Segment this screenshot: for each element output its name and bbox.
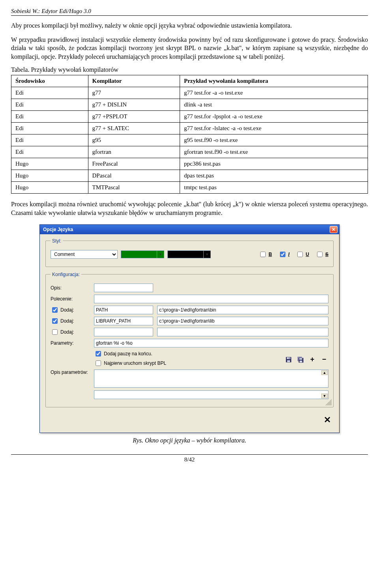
table-row: Edig77 +PSPLOTg77 test.for -lpsplot -a -… [11, 111, 368, 123]
table-cell: Edi [11, 99, 88, 111]
table-cell: DPascal [88, 170, 180, 182]
table-cell: Hugo [11, 170, 88, 182]
dodaj-checkbox[interactable]: Dodaj: [51, 306, 74, 314]
close-icon: ✕ [332, 227, 336, 232]
italic-checkbox[interactable]: I [278, 250, 289, 258]
table-cell: ppc386 test.pas [180, 158, 368, 170]
table-cell: Edi [11, 123, 88, 134]
svg-rect-7 [300, 360, 302, 362]
bpl-first-label: Najpierw uruchom skrypt BPL [104, 360, 166, 366]
parametry-label: Parametry: [51, 340, 90, 346]
floppy-stack-icon [297, 356, 304, 363]
table-cell: Edi [11, 87, 88, 99]
table-cell: FreePascal [88, 158, 180, 170]
svg-rect-1 [287, 357, 291, 359]
table-cell: Hugo [11, 182, 88, 194]
env-name-input[interactable] [94, 328, 153, 336]
table-cell: Hugo [11, 158, 88, 170]
chevron-down-icon [203, 251, 210, 258]
dialog-title: Opcje Języka [43, 227, 73, 232]
table-cell: tmtpc test.pas [180, 182, 368, 194]
table-cell: g77 [88, 87, 180, 99]
dialog-titlebar: Opcje Języka ✕ [40, 225, 339, 234]
table-cell: dlink -a test [180, 99, 368, 111]
bold-label: B [268, 252, 272, 257]
config-legend: Konfiguracja: [51, 272, 81, 277]
table-header: Przykład wywołania kompilatora [180, 75, 368, 87]
strike-checkbox[interactable]: S [315, 250, 328, 258]
dodaj-checkbox[interactable]: Dodaj: [51, 317, 74, 325]
paragraph-2: W przypadku prawidłowej instalacji wszys… [11, 35, 368, 61]
table-cell: gfortran test.f90 -o test.exe [180, 146, 368, 158]
bold-checkbox[interactable]: B [259, 250, 272, 258]
save-button[interactable] [284, 355, 293, 364]
opis-param-dropdown[interactable] [94, 390, 328, 399]
dodaj-label: Dodaj: [60, 329, 74, 335]
ok-close-button[interactable]: ✕ [321, 414, 334, 426]
table-header: Kompilator [88, 75, 180, 87]
svg-rect-6 [299, 358, 302, 360]
remove-button[interactable]: − [320, 355, 328, 364]
table-cell: g95 test.f90 -o test.exe [180, 134, 368, 146]
table-cell: dpas test.pas [180, 170, 368, 182]
style-select[interactable]: Comment [51, 250, 118, 259]
table-row: Edig95g95 test.f90 -o test.exe [11, 134, 368, 146]
table-cell: gfortran [88, 146, 180, 158]
strike-label: S [325, 252, 328, 257]
table-row: Edig77g77 test.for -a -o test.exe [11, 87, 368, 99]
svg-rect-2 [287, 360, 290, 362]
table-cell: g77 +PSPLOT [88, 111, 180, 123]
env-value-input[interactable] [157, 328, 328, 336]
table-row: Edigfortrangfortran test.f90 -o test.exe [11, 146, 368, 158]
paragraph-3: Proces kompilacji można również uruchomi… [11, 200, 368, 217]
table-cell: g95 [88, 134, 180, 146]
table-cell: Edi [11, 134, 88, 146]
config-group: Konfiguracja: Opis: Polecenie: Dodaj:Dod… [45, 272, 334, 407]
italic-label: I [288, 252, 289, 257]
env-name-input[interactable] [94, 317, 153, 325]
opis-param-label: Opis parametrów: [51, 370, 90, 375]
table-cell: Edi [11, 111, 88, 123]
opis-label: Opis: [51, 285, 90, 291]
table-row: Edig77 + DISLINdlink -a test [11, 99, 368, 111]
table-row: Edig77 + SLATECg77 test.for -lslatec -a … [11, 123, 368, 134]
language-options-dialog: Opcje Języka ✕ Styl: Comment B I U S Ko [39, 224, 340, 433]
underline-label: U [306, 252, 309, 257]
dodaj-label: Dodaj: [60, 307, 74, 313]
polecenie-label: Polecenie: [51, 296, 90, 302]
table-cell: TMTPascal [88, 182, 180, 194]
bpl-first-checkbox[interactable]: Najpierw uruchom skrypt BPL [94, 359, 166, 367]
parametry-input[interactable] [94, 339, 328, 347]
resize-grip-icon [325, 399, 332, 405]
compilers-table: ŚrodowiskoKompilatorPrzykład wywołania k… [11, 75, 368, 194]
style-legend: Styl: [51, 238, 63, 244]
env-name-input[interactable] [94, 306, 153, 314]
table-caption: Tabela. Przykłady wywołań kompilatorów [11, 66, 368, 73]
dialog-close-button[interactable]: ✕ [330, 226, 338, 233]
table-cell: Edi [11, 146, 88, 158]
env-value-input[interactable] [157, 306, 328, 314]
table-row: HugoTMTPascaltmtpc test.pas [11, 182, 368, 194]
table-row: HugoFreePascalppc386 test.pas [11, 158, 368, 170]
underline-checkbox[interactable]: U [296, 250, 309, 258]
env-value-input[interactable] [157, 317, 328, 325]
table-header: Środowisko [11, 75, 88, 87]
page-header: Sobieski W.: Edytor Edi/Hugo 3.0 [11, 8, 368, 16]
figure-caption: Rys. Okno opcji języka – wybór kompilato… [11, 437, 368, 444]
pause-checkbox[interactable]: Dodaj pauzę na końcu. [94, 350, 166, 358]
pause-label: Dodaj pauzę na końcu. [104, 351, 152, 357]
save-all-button[interactable] [296, 355, 305, 364]
opis-param-textarea[interactable] [94, 370, 328, 388]
paragraph-1: Aby proces kompilacji był możliwy, należ… [11, 21, 368, 30]
table-cell: g77 test.for -lslatec -a -o test.exe [180, 123, 368, 134]
style-group: Styl: Comment B I U S [45, 238, 334, 267]
dodaj-checkbox[interactable]: Dodaj: [51, 328, 74, 336]
dodaj-label: Dodaj: [60, 318, 74, 324]
add-button[interactable]: + [308, 355, 317, 364]
background-color-picker[interactable] [167, 250, 211, 258]
foreground-color-picker[interactable] [121, 250, 164, 258]
polecenie-input[interactable] [94, 295, 328, 303]
table-cell: g77 test.for -a -o test.exe [180, 87, 368, 99]
floppy-icon [285, 356, 292, 363]
opis-input[interactable] [94, 284, 153, 292]
